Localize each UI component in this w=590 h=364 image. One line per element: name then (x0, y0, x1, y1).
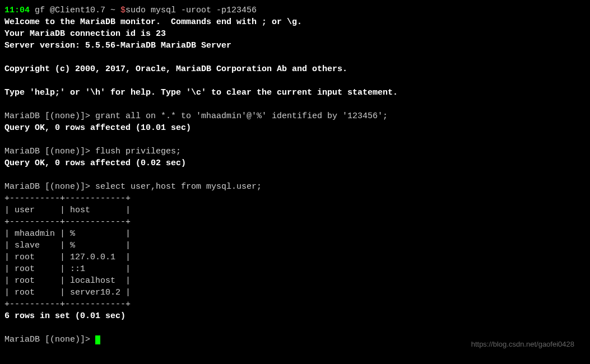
welcome-line-3: Server version: 5.5.56-MariaDB MariaDB S… (4, 40, 577, 52)
table-rows: | mhaadmin | % || slave | % || root | 12… (4, 228, 577, 298)
table-row: | root | 127.0.0.1 | (4, 251, 577, 263)
welcome-line-1: Welcome to the MariaDB monitor. Commands… (4, 16, 577, 28)
shell-prompt-line: 11:04 gf @Client10.7 ~ $sudo mysql -uroo… (4, 4, 577, 16)
terminal-output: 11:04 gf @Client10.7 ~ $sudo mysql -uroo… (4, 4, 577, 346)
help-line: Type 'help;' or '\h' for help. Type '\c'… (4, 87, 577, 99)
table-footer: 6 rows in set (0.01 sec) (4, 310, 577, 322)
blank-line (4, 99, 577, 110)
dollar-sign: $ (120, 6, 126, 15)
welcome-line-2: Your MariaDB connection id is 23 (4, 28, 577, 40)
query-2-result: Query OK, 0 rows affected (0.02 sec) (4, 157, 577, 169)
table-header: | user | host | (4, 204, 577, 216)
table-row: | root | localhost | (4, 275, 577, 287)
blank-line (4, 52, 577, 63)
watermark-text: https://blog.csdn.net/gaofei0428 (471, 339, 574, 349)
blank-line (4, 134, 577, 146)
table-sep-mid: +----------+------------+ (4, 216, 577, 228)
shell-command: sudo mysql -uroot -p123456 (126, 6, 257, 15)
cursor-icon (95, 335, 100, 344)
blank-line (4, 169, 577, 181)
table-row: | mhaadmin | % | (4, 228, 577, 240)
table-row: | root | server10.2 | (4, 287, 577, 298)
query-1-result: Query OK, 0 rows affected (10.01 sec) (4, 122, 577, 134)
copyright-line: Copyright (c) 2000, 2017, Oracle, MariaD… (4, 63, 577, 75)
table-sep-top: +----------+------------+ (4, 193, 577, 204)
user-host: gf @Client10.7 ~ (30, 6, 120, 15)
blank-line (4, 75, 577, 87)
table-row: | slave | % | (4, 240, 577, 251)
query-3-line: MariaDB [(none)]> select user,host from … (4, 181, 577, 193)
table-sep-bot: +----------+------------+ (4, 298, 577, 310)
blank-line (4, 322, 577, 334)
time-stamp: 11:04 (4, 6, 30, 15)
query-1-line: MariaDB [(none)]> grant all on *.* to 'm… (4, 110, 577, 122)
table-row: | root | ::1 | (4, 263, 577, 275)
query-2-line: MariaDB [(none)]> flush privileges; (4, 146, 577, 157)
